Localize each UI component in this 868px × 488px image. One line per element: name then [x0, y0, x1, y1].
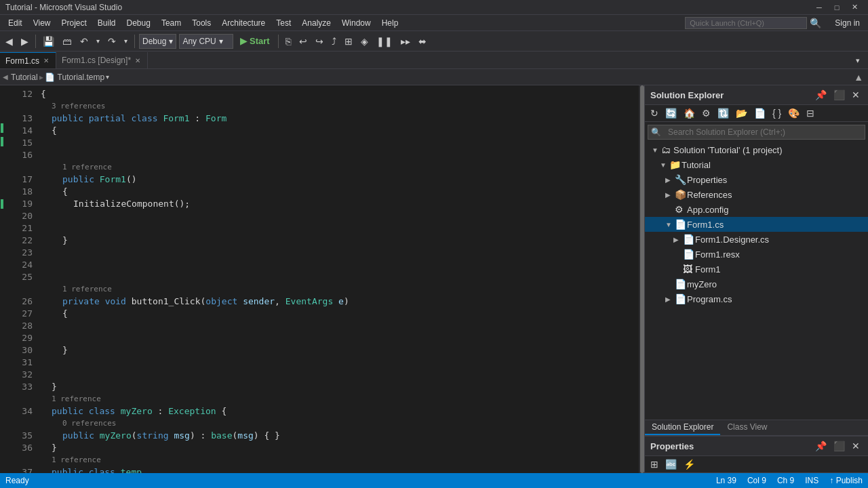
toolbar-redo[interactable]: ↷: [105, 33, 119, 49]
se-search-input[interactable]: [664, 127, 865, 137]
toolbar-hex[interactable]: ⊞: [342, 33, 355, 49]
code-line[interactable]: [41, 247, 639, 259]
code-line[interactable]: {: [41, 308, 639, 320]
code-line[interactable]: }: [41, 442, 639, 454]
menu-build[interactable]: Build: [92, 16, 121, 30]
toolbar-attach[interactable]: ⎘: [283, 33, 294, 49]
tab-form1-cs-close[interactable]: ✕: [42, 56, 50, 65]
se-new-solution-btn[interactable]: 📄: [751, 106, 768, 120]
code-line[interactable]: public class myZero : Exception {: [41, 405, 639, 418]
menu-view[interactable]: View: [28, 16, 56, 30]
restore-button[interactable]: □: [829, 2, 845, 13]
tree-item[interactable]: ▶ 📄 Form1.Designer.cs: [645, 232, 868, 247]
toolbar-forward[interactable]: ▶: [18, 33, 31, 49]
menu-project[interactable]: Project: [56, 16, 92, 30]
prop-close-btn[interactable]: ✕: [849, 439, 863, 453]
cpu-config-dropdown[interactable]: Any CPU ▾: [179, 34, 233, 49]
toolbar-more2[interactable]: ▸▸: [398, 33, 413, 49]
code-line[interactable]: }: [41, 235, 639, 247]
code-line[interactable]: public myZero(string msg) : base(msg) { …: [41, 430, 639, 442]
code-reference-line[interactable]: 3 references: [41, 100, 639, 113]
code-line[interactable]: [41, 369, 639, 381]
status-publish[interactable]: ↑ Publish: [829, 476, 863, 485]
breadcrumb-dropdown-arrow[interactable]: ▾: [106, 73, 109, 81]
menu-team[interactable]: Team: [156, 16, 186, 30]
debug-config-dropdown[interactable]: Debug ▾: [139, 34, 176, 49]
se-view-code-btn[interactable]: { }: [770, 106, 784, 120]
code-line[interactable]: InitializeComponent();: [41, 198, 639, 210]
code-line[interactable]: [41, 222, 639, 235]
tree-project[interactable]: ▼ 📁 Tutorial: [645, 157, 868, 172]
prop-events-btn[interactable]: ⚡: [681, 458, 698, 471]
toolbar-more1[interactable]: ❚❚: [374, 33, 395, 49]
tree-item[interactable]: 🖼 Form1: [645, 262, 868, 277]
se-pin-btn[interactable]: 📌: [812, 88, 829, 102]
code-line[interactable]: }: [41, 381, 639, 393]
tree-item[interactable]: ⚙ App.config: [645, 202, 868, 217]
code-line[interactable]: [41, 357, 639, 369]
se-tab-class-view[interactable]: Class View: [720, 420, 774, 435]
breadcrumb-tutorial[interactable]: Tutorial: [11, 73, 38, 82]
toolbar-save[interactable]: 💾: [40, 33, 57, 49]
se-collapse-btn[interactable]: ⊟: [804, 106, 817, 120]
code-line[interactable]: [41, 137, 639, 149]
code-line[interactable]: public class temp: [41, 466, 639, 473]
tab-form1-designer[interactable]: Form1.cs [Design]* ✕: [56, 52, 148, 68]
prop-pin-btn[interactable]: 📌: [812, 439, 829, 453]
code-line[interactable]: {: [41, 88, 639, 100]
tree-item[interactable]: 📄 Form1.resx: [645, 247, 868, 262]
menu-test[interactable]: Test: [271, 16, 296, 30]
tree-item[interactable]: ▶ 📄 Program.cs: [645, 291, 868, 306]
code-line[interactable]: [41, 320, 639, 332]
code-line[interactable]: private void button1_Click(object sender…: [41, 296, 639, 308]
code-reference-line[interactable]: 0 references: [41, 418, 639, 430]
se-designer-btn[interactable]: 🎨: [785, 106, 802, 120]
menu-edit[interactable]: Edit: [3, 16, 28, 30]
se-refresh-btn[interactable]: 🔄: [663, 106, 679, 120]
code-line[interactable]: public partial class Form1 : Form: [41, 113, 639, 125]
menu-analyze[interactable]: Analyze: [296, 16, 336, 30]
code-reference-line[interactable]: 1 reference: [41, 283, 639, 296]
code-line[interactable]: [41, 149, 639, 161]
toolbar-save-all[interactable]: 🗃: [60, 33, 75, 49]
code-line[interactable]: [41, 210, 639, 222]
se-home-btn[interactable]: 🏠: [681, 106, 698, 120]
code-line[interactable]: [41, 271, 639, 283]
scroll-indicator[interactable]: [639, 85, 644, 473]
se-float-btn[interactable]: ⬛: [831, 88, 848, 102]
toolbar-step-into[interactable]: ↪: [313, 33, 326, 49]
code-line[interactable]: }: [41, 344, 639, 357]
code-reference-line[interactable]: 1 reference: [41, 393, 639, 405]
close-button[interactable]: ✕: [846, 2, 863, 13]
se-show-all-btn[interactable]: 📂: [733, 106, 750, 120]
se-tab-solution-explorer[interactable]: Solution Explorer: [645, 420, 720, 435]
code-line[interactable]: public Form1(): [41, 174, 639, 186]
toolbar-breakpoint[interactable]: ◈: [358, 33, 371, 49]
code-line[interactable]: [41, 259, 639, 271]
toolbar-more3[interactable]: ⬌: [416, 33, 429, 49]
se-close-btn[interactable]: ✕: [849, 88, 863, 102]
se-sync-btn[interactable]: ↻: [648, 106, 661, 120]
code-reference-line[interactable]: 1 reference: [41, 161, 639, 174]
code-editor[interactable]: 1213141516171819202122232425262728293031…: [0, 85, 644, 473]
toolbar-undo2[interactable]: ▾: [94, 33, 102, 49]
tree-item[interactable]: ▶ 📦 References: [645, 187, 868, 202]
menu-debug[interactable]: Debug: [121, 16, 156, 30]
menu-architecture[interactable]: Architecture: [216, 16, 271, 30]
nav-collapse-btn[interactable]: ▲: [852, 71, 865, 83]
quick-launch-input[interactable]: [685, 17, 807, 29]
tree-item[interactable]: 📄 myZero: [645, 277, 868, 291]
code-line[interactable]: {: [41, 186, 639, 198]
toolbar-step-out[interactable]: ⤴: [329, 33, 339, 49]
toolbar-step-over[interactable]: ↩: [296, 33, 310, 49]
tab-form1-cs[interactable]: Form1.cs ✕: [0, 52, 56, 68]
prop-float-btn[interactable]: ⬛: [831, 439, 848, 453]
tab-scroll-down[interactable]: ▾: [853, 52, 863, 68]
minimize-button[interactable]: ─: [811, 2, 827, 13]
menu-window[interactable]: Window: [336, 16, 376, 30]
prop-alpha-btn[interactable]: 🔤: [663, 458, 679, 471]
toolbar-back[interactable]: ◀: [3, 33, 16, 49]
se-search-box[interactable]: 🔍: [648, 125, 865, 140]
toolbar-undo[interactable]: ↶: [77, 33, 91, 49]
tree-solution[interactable]: ▼ 🗂 Solution 'Tutorial' (1 project): [645, 142, 868, 157]
